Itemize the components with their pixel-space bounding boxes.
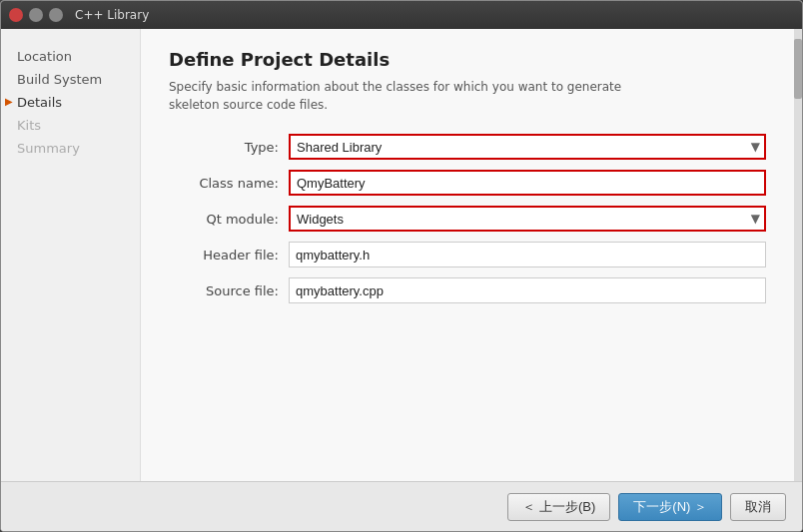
sidebar-item-kits: Kits bbox=[1, 114, 140, 137]
type-row: Type: Shared Library Static Library Qt P… bbox=[169, 134, 766, 160]
scrollbar[interactable] bbox=[794, 29, 802, 481]
header-file-row: Header file: bbox=[169, 242, 766, 267]
next-button[interactable]: 下一步(N) ＞ bbox=[618, 493, 722, 521]
type-select[interactable]: Shared Library Static Library Qt Plugin bbox=[289, 134, 766, 160]
window: C++ Library Location Build System Detail… bbox=[0, 0, 803, 532]
qt-module-select[interactable]: Widgets Core Gui bbox=[289, 206, 766, 232]
class-name-input[interactable] bbox=[289, 170, 766, 196]
class-name-row: Class name: bbox=[169, 170, 766, 196]
page-description: Specify basic information about the clas… bbox=[169, 78, 766, 114]
content-panel: Define Project Details Specify basic inf… bbox=[141, 29, 794, 481]
back-button[interactable]: ＜ 上一步(B) bbox=[507, 493, 610, 521]
qt-module-label: Qt module: bbox=[169, 212, 289, 227]
minimize-button[interactable] bbox=[29, 8, 43, 22]
header-file-input[interactable] bbox=[289, 242, 766, 267]
titlebar: C++ Library bbox=[1, 1, 802, 29]
main-content: Location Build System Details Kits Summa… bbox=[1, 29, 802, 481]
header-file-input-wrap bbox=[289, 242, 766, 267]
qt-module-select-wrap: Widgets Core Gui ▼ bbox=[289, 206, 766, 232]
sidebar-item-details[interactable]: Details bbox=[1, 91, 140, 114]
source-file-row: Source file: bbox=[169, 277, 766, 303]
maximize-button[interactable] bbox=[49, 8, 63, 22]
window-title: C++ Library bbox=[75, 8, 149, 22]
page-title: Define Project Details bbox=[169, 49, 766, 70]
sidebar: Location Build System Details Kits Summa… bbox=[1, 29, 141, 481]
bottom-bar: ＜ 上一步(B) 下一步(N) ＞ 取消 bbox=[1, 481, 802, 531]
close-button[interactable] bbox=[9, 8, 23, 22]
scrollbar-thumb[interactable] bbox=[794, 39, 802, 99]
source-file-input-wrap bbox=[289, 277, 766, 303]
class-name-input-wrap bbox=[289, 170, 766, 196]
type-select-wrap: Shared Library Static Library Qt Plugin … bbox=[289, 134, 766, 160]
sidebar-item-summary: Summary bbox=[1, 137, 140, 160]
sidebar-item-location[interactable]: Location bbox=[1, 45, 140, 68]
qt-module-row: Qt module: Widgets Core Gui ▼ bbox=[169, 206, 766, 232]
class-name-label: Class name: bbox=[169, 176, 289, 191]
source-file-input[interactable] bbox=[289, 277, 766, 303]
source-file-label: Source file: bbox=[169, 283, 289, 298]
header-file-label: Header file: bbox=[169, 248, 289, 263]
type-label: Type: bbox=[169, 140, 289, 155]
sidebar-item-build-system[interactable]: Build System bbox=[1, 68, 140, 91]
cancel-button[interactable]: 取消 bbox=[730, 493, 786, 521]
